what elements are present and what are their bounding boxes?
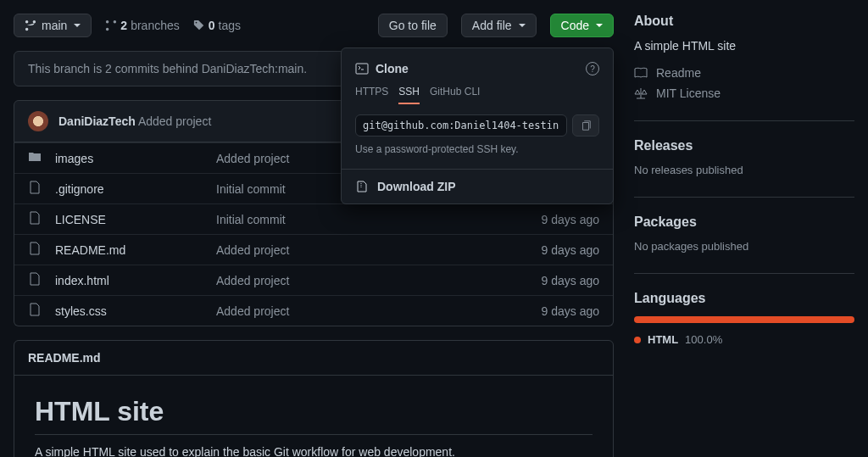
tab-cli[interactable]: GitHub CLI bbox=[430, 86, 480, 104]
license-link[interactable]: MIT License bbox=[634, 86, 854, 100]
file-icon bbox=[28, 211, 42, 227]
goto-file-button[interactable]: Go to file bbox=[378, 14, 448, 37]
branch-name: main bbox=[42, 19, 67, 32]
file-commit-msg[interactable]: Added project bbox=[216, 243, 542, 257]
clone-title: Clone bbox=[376, 62, 409, 75]
readme-desc: A simple HTML site used to explain the b… bbox=[35, 445, 593, 457]
file-name[interactable]: .gitignore bbox=[55, 182, 216, 196]
packages-heading: Packages bbox=[634, 215, 854, 230]
language-item: HTML 100.0% bbox=[634, 333, 854, 346]
readme-header: README.md bbox=[14, 341, 613, 376]
file-icon bbox=[28, 242, 42, 258]
file-name[interactable]: index.html bbox=[55, 274, 216, 287]
file-name[interactable]: LICENSE bbox=[55, 213, 216, 226]
about-desc: A simple HTML site bbox=[634, 39, 854, 53]
file-icon bbox=[28, 181, 42, 197]
file-name[interactable]: README.md bbox=[55, 243, 216, 257]
git-branch-icon bbox=[105, 20, 117, 31]
book-icon bbox=[634, 66, 648, 80]
commit-author[interactable]: DaniDiazTech bbox=[58, 114, 136, 128]
file-row[interactable]: README.mdAdded project9 days ago bbox=[14, 234, 613, 265]
zip-icon bbox=[355, 180, 369, 193]
languages-heading: Languages bbox=[634, 291, 854, 306]
readme-link[interactable]: Readme bbox=[634, 66, 854, 80]
add-file-button[interactable]: Add file bbox=[461, 14, 537, 37]
file-commit-msg[interactable]: Initial commit bbox=[216, 213, 542, 226]
commit-msg: Added project bbox=[138, 114, 211, 128]
clone-dropdown: Clone ? HTTPS SSH GitHub CLI Use a passw… bbox=[341, 47, 614, 204]
download-zip[interactable]: Download ZIP bbox=[342, 169, 613, 203]
branches-count[interactable]: 2 branches bbox=[105, 19, 179, 32]
help-icon[interactable]: ? bbox=[586, 62, 599, 75]
git-branch-icon bbox=[25, 20, 36, 31]
clone-hint: Use a password-protected SSH key. bbox=[355, 143, 599, 155]
code-button[interactable]: Code bbox=[550, 14, 614, 37]
file-name[interactable]: images bbox=[55, 152, 216, 165]
about-heading: About bbox=[634, 14, 854, 29]
branch-selector[interactable]: main bbox=[14, 14, 92, 37]
file-time: 9 days ago bbox=[542, 213, 600, 226]
copy-icon bbox=[580, 120, 592, 131]
packages-text: No packages published bbox=[634, 240, 854, 253]
file-row[interactable]: LICENSEInitial commit9 days ago bbox=[14, 203, 613, 234]
scale-icon bbox=[634, 86, 648, 100]
file-time: 9 days ago bbox=[542, 243, 600, 257]
file-row[interactable]: index.htmlAdded project9 days ago bbox=[14, 265, 613, 295]
avatar[interactable] bbox=[28, 111, 48, 131]
file-icon bbox=[28, 272, 42, 288]
releases-text: No releases published bbox=[634, 164, 854, 176]
file-row[interactable]: styles.cssAdded project9 days ago bbox=[14, 295, 613, 326]
file-name[interactable]: styles.css bbox=[55, 304, 216, 318]
tab-ssh[interactable]: SSH bbox=[398, 86, 420, 104]
tags-count[interactable]: 0 tags bbox=[193, 19, 241, 32]
file-commit-msg[interactable]: Added project bbox=[216, 304, 542, 318]
tag-icon bbox=[193, 20, 205, 31]
terminal-icon bbox=[355, 62, 369, 75]
releases-heading: Releases bbox=[634, 138, 854, 153]
readme-title: HTML site bbox=[35, 396, 593, 435]
clone-url-input[interactable] bbox=[355, 114, 567, 137]
file-icon bbox=[28, 303, 42, 319]
folder-icon bbox=[28, 150, 42, 166]
file-time: 9 days ago bbox=[542, 304, 600, 318]
file-time: 9 days ago bbox=[542, 274, 600, 287]
copy-button[interactable] bbox=[572, 114, 599, 137]
tab-https[interactable]: HTTPS bbox=[355, 86, 388, 104]
language-dot bbox=[634, 337, 641, 343]
language-bar bbox=[634, 316, 854, 323]
file-commit-msg[interactable]: Added project bbox=[216, 274, 542, 287]
